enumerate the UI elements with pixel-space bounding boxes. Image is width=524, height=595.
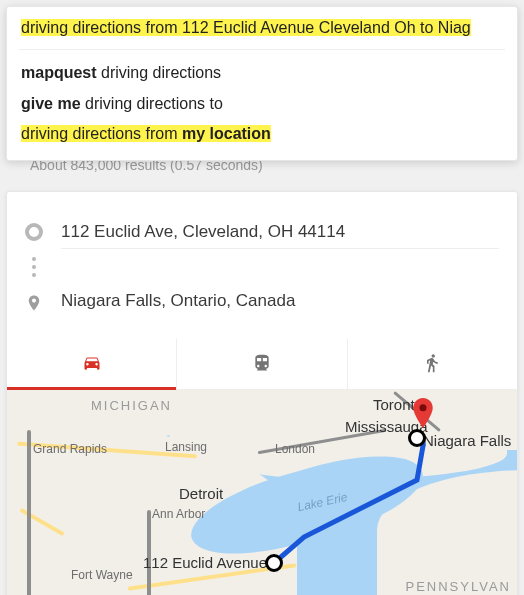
map[interactable]: MICHIGAN PENNSYLVAN Lake Erie Grand Rapi… [7,390,517,595]
marker-destination-pin-icon [412,398,434,432]
transit-icon [252,353,272,373]
search-suggestions-box: driving directions from 112 Euclid Avenu… [6,6,518,161]
search-suggestion-my-location[interactable]: driving directions from my location [19,119,505,149]
bold-part: my location [182,125,271,142]
marker-origin-icon [265,554,283,572]
bold-part: mapquest [21,64,97,81]
divider [19,49,505,50]
route-endpoints: 112 Euclid Ave, Cleveland, OH 44114 Niag… [7,192,517,327]
rest-part: driving directions [97,64,222,81]
route-line [7,390,517,595]
walk-icon [422,353,442,373]
search-suggestion-item[interactable]: mapquest driving directions [19,58,505,88]
travel-mode-tabs [7,339,517,390]
tab-transit[interactable] [176,339,346,389]
search-query-suggestion[interactable]: driving directions from 112 Euclid Avenu… [19,13,505,43]
origin-icon [25,223,43,241]
route-connector-icon [25,257,499,277]
origin-row[interactable]: 112 Euclid Ave, Cleveland, OH 44114 [25,210,499,255]
tab-walking[interactable] [347,339,517,389]
hl-wrap: driving directions from my location [21,125,271,142]
directions-card: 112 Euclid Ave, Cleveland, OH 44114 Niag… [6,191,518,595]
destination-pin-icon [25,292,43,310]
search-query-text: driving directions from 112 Euclid Avenu… [21,19,471,36]
destination-row[interactable]: Niagara Falls, Ontario, Canada [25,279,499,323]
bold-part: give me [21,95,81,112]
tab-driving[interactable] [7,339,176,389]
destination-text: Niagara Falls, Ontario, Canada [61,285,499,317]
prefix-part: driving directions from [21,125,182,142]
search-suggestion-item[interactable]: give me driving directions to [19,89,505,119]
car-icon [82,353,102,373]
svg-point-0 [419,404,426,411]
rest-part: driving directions to [81,95,223,112]
origin-text: 112 Euclid Ave, Cleveland, OH 44114 [61,216,499,249]
